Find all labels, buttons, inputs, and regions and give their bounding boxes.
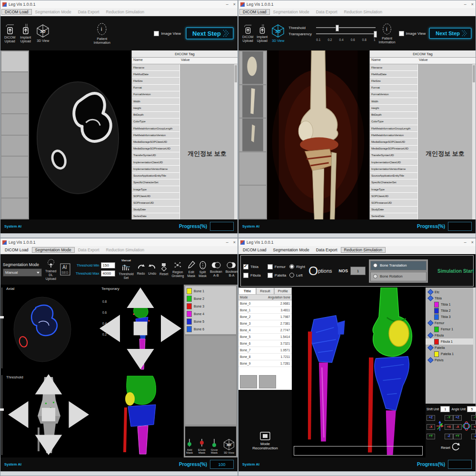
tag-name[interactable]: Filename — [370, 64, 417, 70]
threshold-min-input[interactable] — [101, 262, 115, 268]
simulation-3d-view[interactable] — [292, 288, 426, 457]
table-row[interactable]: Bone_5 1.5414 — [238, 334, 292, 340]
viewport-axial[interactable]: Axial — [4, 286, 93, 371]
result-tab[interactable]: Profile — [274, 288, 292, 295]
menu-item[interactable]: DICOM Load — [1, 247, 32, 253]
scrollbar[interactable] — [472, 64, 476, 219]
scrollbar[interactable] — [234, 64, 238, 219]
tag-name[interactable]: Format — [132, 85, 179, 91]
bone-checkbox[interactable]: Tibia — [243, 264, 261, 269]
menu-item[interactable]: Reduction Simulation — [341, 247, 386, 253]
viewport-threshold[interactable]: Threshold — [4, 374, 93, 455]
menu-item[interactable]: DICOM Load — [239, 247, 270, 253]
menu-item[interactable]: DICOM Load — [239, 9, 270, 15]
menu-item[interactable]: Data Export — [75, 247, 103, 253]
menu-item[interactable]: Data Export — [75, 9, 103, 15]
translate-axis-button[interactable]: -X — [426, 424, 435, 430]
thumbnail-cell[interactable] — [239, 186, 266, 218]
tag-name[interactable]: MediaStorageSOPClassUID — [370, 139, 417, 145]
tree-node[interactable]: Femur 1 — [426, 326, 476, 332]
tree-node[interactable]: Tibia — [426, 295, 476, 301]
close-icon[interactable]: × — [233, 240, 236, 245]
tree-node[interactable]: Patella — [426, 345, 476, 351]
mode-dropdown[interactable]: Manual — [3, 268, 42, 277]
tag-name[interactable]: StudyDate — [370, 207, 417, 213]
tag-name[interactable]: FileModDate — [132, 71, 179, 77]
patient-information-button[interactable]: i Patient Information — [94, 22, 110, 45]
tag-name[interactable]: SourceApplicationEntityTitle — [132, 173, 179, 179]
next-step-button[interactable]: Next Step — [186, 27, 234, 40]
3d-view-button-active[interactable]: 3D 3D View — [271, 24, 285, 43]
tree-node[interactable]: Femur — [426, 320, 476, 326]
split-mask-button[interactable]: Split Mask — [198, 261, 207, 278]
tag-name[interactable]: FileModDate — [370, 71, 417, 77]
menu-item[interactable]: Segmentation Mode — [270, 247, 313, 253]
menu-item[interactable]: Segmentation Mode — [270, 9, 313, 15]
menu-item[interactable]: Reduction Simulation — [103, 247, 148, 253]
translate-axis-button[interactable]: +Y — [426, 434, 435, 439]
volume-render-view[interactable] — [267, 50, 369, 219]
tag-name[interactable]: BitDepth — [132, 112, 179, 118]
threshold-max-input[interactable] — [101, 270, 115, 277]
legend-item[interactable]: Bone 4 — [187, 311, 235, 317]
titlebar[interactable]: Leg Vis 1.0.0.1 – × — [238, 0, 476, 8]
tag-name[interactable]: FileMetaInformationGroupLength — [132, 125, 179, 131]
tag-name[interactable]: Height — [132, 105, 179, 111]
menu-item[interactable]: Segmentation Mode — [32, 247, 75, 253]
tag-name[interactable]: ImplementationClassUID — [370, 159, 417, 165]
menu-item[interactable]: Segmentation Mode — [32, 9, 75, 15]
tag-name[interactable]: FileMetaInformationGroupLength — [370, 125, 417, 131]
implant-upload-button[interactable]: Implant Upload — [257, 24, 268, 43]
tag-name[interactable]: MediaStorageSOPInstanceUID — [370, 146, 417, 152]
side-radio[interactable]: Left — [289, 273, 305, 278]
dicom-upload-button[interactable]: DICOM Upload — [4, 23, 15, 43]
tag-name[interactable]: ColorType — [370, 119, 417, 125]
rotate-axis-button[interactable]: +X — [471, 424, 476, 430]
tag-name[interactable]: FileSize — [132, 78, 179, 84]
tree-node[interactable]: Patella 1 — [426, 351, 476, 357]
table-row[interactable]: Bone_2 1.7987 — [238, 314, 292, 320]
tag-name[interactable]: ImageType — [370, 186, 417, 192]
tree-node[interactable]: Tibia 1 — [426, 301, 476, 307]
tag-name[interactable]: SOPInstanceUID — [370, 199, 417, 206]
tag-name[interactable]: StudyDate — [132, 207, 179, 213]
menu-item[interactable]: Reduction Simulation — [103, 9, 148, 15]
rotate-axis-button[interactable]: -Y — [471, 415, 476, 421]
boolean-a-minus-b-button[interactable]: Boolean A-B — [210, 261, 222, 278]
tag-name[interactable]: MediaStorageSOPInstanceUID — [132, 146, 179, 152]
side-radio[interactable]: Right — [289, 264, 305, 269]
bone-checkbox[interactable]: Patella — [268, 273, 286, 278]
add-mask-button[interactable]: Add Mask — [186, 438, 193, 455]
table-row[interactable]: Bone_9 1.7281 — [238, 360, 292, 367]
ai-seg-button[interactable]: AISEG — [60, 263, 71, 276]
trained-dl-upload-button[interactable]: Trained DL Upload — [45, 258, 56, 281]
table-row[interactable]: Bone_8 1.7211 — [238, 354, 292, 360]
thumbnail-cell[interactable] — [1, 93, 28, 113]
dicom-upload-button[interactable]: DICOM Upload — [242, 24, 253, 43]
translate-axis-button[interactable]: +X — [445, 424, 453, 430]
tag-name[interactable]: SOPClassUID — [370, 193, 417, 199]
next-step-button[interactable]: Next Step — [429, 28, 472, 39]
tag-name[interactable]: SOPClassUID — [132, 193, 179, 199]
thumbnail-cell[interactable] — [239, 119, 266, 151]
thumbnail-cell[interactable] — [239, 152, 266, 185]
rotate-axis-button[interactable]: +Y — [453, 434, 462, 439]
transparency-slider[interactable] — [316, 33, 375, 34]
translate-axis-button[interactable]: -Y — [445, 415, 453, 421]
tag-name[interactable]: Filename — [132, 64, 179, 70]
tag-name[interactable]: SeriesDate — [132, 213, 179, 219]
thumbnail-cell[interactable] — [239, 85, 266, 118]
tag-name[interactable]: Width — [370, 98, 417, 104]
tag-name[interactable]: SpecificCharacterSet — [132, 179, 179, 186]
result-tab[interactable]: Result — [256, 288, 274, 295]
table-row[interactable]: Bone_1 3.4811 — [238, 307, 292, 314]
tag-name[interactable]: FileSize — [370, 78, 417, 84]
titlebar[interactable]: Leg Vis 1.0.0.1 – × — [238, 238, 476, 246]
shift-unit-input[interactable] — [440, 406, 450, 412]
erode-mask-button[interactable]: Erode Mask — [198, 438, 206, 455]
close-icon[interactable]: × — [233, 2, 236, 7]
tag-name[interactable]: ImplementationVersionName — [132, 166, 179, 172]
menu-item[interactable]: DICOM Load — [1, 9, 32, 15]
implant-upload-button[interactable]: Implant Upload — [20, 23, 31, 43]
thumbnail-cell[interactable] — [1, 136, 28, 156]
